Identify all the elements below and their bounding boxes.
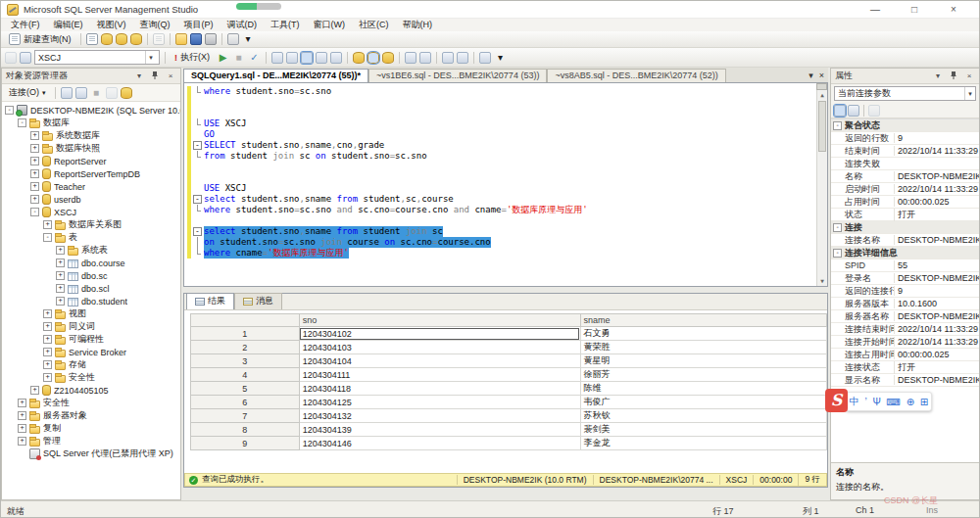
grid-cell[interactable]: 1204304102 bbox=[299, 327, 580, 341]
expand-icon[interactable]: + bbox=[30, 157, 39, 165]
tree-item[interactable]: +ReportServerTempDB bbox=[2, 167, 180, 180]
grid-cell[interactable]: 苏秋钦 bbox=[580, 409, 826, 423]
expand-icon[interactable]: + bbox=[30, 131, 39, 140]
grid-cell[interactable]: 1204304104 bbox=[299, 354, 580, 368]
property-row[interactable]: 名称DESKTOP-NBME2IK bbox=[831, 170, 979, 183]
expand-icon[interactable]: + bbox=[30, 169, 39, 178]
ime-toolbox-icon[interactable]: ⊞ bbox=[920, 397, 928, 407]
collapse-icon[interactable]: - bbox=[833, 121, 842, 130]
tree-item[interactable]: SQL Server 代理(已禁用代理 XP) bbox=[2, 447, 180, 460]
table-row[interactable]: 81204304139裴剑美 bbox=[191, 423, 827, 437]
grid-cell[interactable]: 1204304111 bbox=[299, 368, 580, 382]
connect-button[interactable]: 连接(O) ▾ bbox=[5, 85, 50, 100]
property-row[interactable]: 连接状态打开 bbox=[831, 361, 979, 374]
property-row[interactable]: 启动时间2022/10/14 11:33:29 bbox=[831, 183, 979, 196]
sogou-ime-logo[interactable]: S bbox=[825, 389, 848, 412]
results-to-grid-icon[interactable] bbox=[368, 52, 379, 64]
disconnect-server-icon[interactable] bbox=[75, 87, 87, 99]
grid-cell[interactable]: 韦俊广 bbox=[580, 396, 826, 409]
expand-icon[interactable]: + bbox=[30, 195, 39, 204]
tree-item[interactable]: +dbo.sc bbox=[2, 269, 180, 282]
column-header[interactable]: sno bbox=[299, 314, 580, 327]
expand-icon[interactable]: + bbox=[43, 322, 52, 331]
pin-icon[interactable] bbox=[948, 71, 959, 82]
categorized-icon[interactable] bbox=[834, 105, 846, 117]
editor-tab[interactable]: ~vs8AB5.sql - DES...BME2IK\20774 (52)) bbox=[547, 69, 725, 82]
menu-item[interactable]: 编辑(E) bbox=[47, 18, 90, 32]
fold-collapse-icon[interactable]: - bbox=[193, 141, 202, 150]
sql-editor[interactable]: ▲ ▼ where student.sno=sc.snoUSE XSCJGO-S… bbox=[183, 83, 828, 287]
results-to-text-icon[interactable] bbox=[353, 52, 365, 64]
tree-item[interactable]: -表 bbox=[2, 231, 180, 244]
window-position-icon[interactable]: ▾ bbox=[133, 71, 145, 80]
properties-object-combo[interactable]: 当前连接参数 ▾ bbox=[834, 86, 976, 101]
grid-cell[interactable]: 1204304103 bbox=[299, 341, 580, 354]
results-to-file-icon[interactable] bbox=[382, 52, 394, 64]
expand-icon[interactable]: + bbox=[43, 360, 52, 369]
property-section-row[interactable]: -连接详细信息 bbox=[831, 247, 979, 259]
property-row[interactable]: 返回的行数9 bbox=[831, 132, 979, 145]
toolbar-overflow-icon[interactable]: ▾ bbox=[242, 33, 255, 45]
property-row[interactable]: 连接名称DESKTOP-NBME2IK bbox=[831, 234, 979, 247]
expand-icon[interactable]: + bbox=[56, 246, 65, 255]
row-number-cell[interactable]: 2 bbox=[191, 341, 300, 354]
expand-icon[interactable]: + bbox=[18, 399, 26, 407]
tree-item[interactable]: +Z2104405105 bbox=[2, 384, 180, 397]
template-parameters-icon[interactable] bbox=[479, 52, 491, 64]
collapse-icon[interactable]: - bbox=[30, 208, 39, 216]
split-handle[interactable] bbox=[816, 83, 827, 90]
table-row[interactable]: 31204304104黄星明 bbox=[191, 354, 827, 368]
grid-cell[interactable]: 1204304118 bbox=[299, 382, 580, 396]
property-row[interactable]: 连接失败 bbox=[831, 158, 979, 170]
expand-icon[interactable]: + bbox=[43, 335, 52, 344]
delete-icon[interactable] bbox=[121, 87, 132, 99]
row-number-cell[interactable]: 3 bbox=[191, 354, 300, 368]
property-row[interactable]: 占用时间00:00:00.025 bbox=[831, 196, 979, 209]
tab-results[interactable]: 结果 bbox=[186, 293, 234, 309]
table-row[interactable]: 51204304118陈维 bbox=[191, 382, 827, 396]
tree-item[interactable]: +安全性 bbox=[2, 397, 180, 409]
collapse-icon[interactable]: - bbox=[43, 233, 52, 242]
expand-icon[interactable]: + bbox=[18, 437, 26, 446]
grid-cell[interactable]: 徐丽芳 bbox=[580, 368, 826, 382]
table-row[interactable]: 41204304111徐丽芳 bbox=[191, 368, 827, 382]
expand-icon[interactable]: + bbox=[56, 259, 65, 267]
grid-cell[interactable]: 1204304125 bbox=[299, 396, 580, 409]
row-number-cell[interactable]: 9 bbox=[191, 437, 300, 450]
property-row[interactable]: 服务器名称DESKTOP-NBME2IK bbox=[831, 310, 979, 323]
expand-icon[interactable]: + bbox=[56, 297, 65, 306]
expand-icon[interactable]: + bbox=[18, 424, 26, 433]
available-databases-combo[interactable]: XSCJ ▾ bbox=[34, 50, 160, 65]
property-row[interactable]: 服务器版本10.0.1600 bbox=[831, 298, 979, 310]
property-section-row[interactable]: -连接 bbox=[831, 221, 979, 234]
include-actual-plan-icon[interactable] bbox=[316, 52, 327, 64]
expand-icon[interactable]: + bbox=[30, 144, 39, 153]
menu-item[interactable]: 查询(Q) bbox=[133, 18, 177, 32]
collapse-icon[interactable]: - bbox=[5, 106, 14, 115]
print-icon[interactable] bbox=[205, 33, 217, 45]
new-query-button[interactable]: 新建查询(N) bbox=[5, 32, 75, 47]
row-number-cell[interactable]: 7 bbox=[191, 409, 300, 423]
open-file-icon[interactable] bbox=[175, 33, 187, 45]
new-database-engine-query-icon[interactable] bbox=[86, 33, 98, 45]
pin-icon[interactable] bbox=[149, 71, 161, 82]
tree-item[interactable]: +dbo.course bbox=[2, 257, 180, 269]
tree-item[interactable]: +userdb bbox=[2, 193, 180, 206]
expand-icon[interactable]: + bbox=[43, 309, 52, 318]
editor-vertical-scrollbar[interactable]: ▲ ▼ bbox=[816, 90, 827, 286]
editor-tab[interactable]: SQLQuery1.sql - DE...ME2IK\20774 (55))* bbox=[183, 69, 368, 82]
scrollbar-thumb[interactable] bbox=[818, 101, 826, 152]
ime-punctuation-icon[interactable]: ’ bbox=[865, 397, 867, 407]
alphabetical-icon[interactable] bbox=[848, 105, 859, 117]
collapse-icon[interactable]: - bbox=[833, 249, 842, 258]
expand-icon[interactable]: + bbox=[56, 284, 65, 293]
ime-skin-icon[interactable]: ⊕ bbox=[906, 397, 914, 407]
grid-cell[interactable]: 1204304132 bbox=[299, 409, 580, 423]
tree-item[interactable]: +系统表 bbox=[2, 244, 180, 257]
active-files-icon[interactable]: ▾ bbox=[808, 71, 813, 80]
collapse-icon[interactable]: - bbox=[833, 223, 842, 232]
tree-item[interactable]: +可编程性 bbox=[2, 333, 180, 346]
grid-cell[interactable]: 李金龙 bbox=[580, 437, 826, 450]
menu-item[interactable]: 项目(P) bbox=[177, 18, 220, 32]
expand-icon[interactable]: + bbox=[43, 348, 52, 356]
